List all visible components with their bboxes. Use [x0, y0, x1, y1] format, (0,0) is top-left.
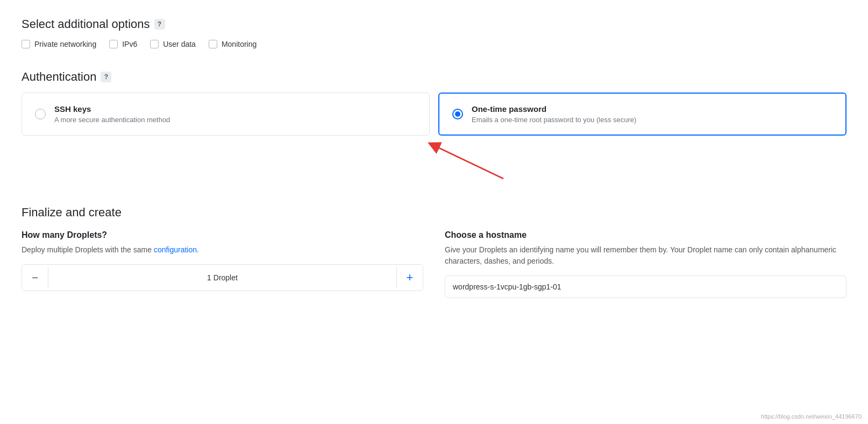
hostname-col-title: Choose a hostname — [445, 230, 846, 240]
droplets-desc-period: . — [197, 245, 199, 254]
authentication-title: Authentication ? — [22, 70, 846, 84]
additional-options-section: Select additional options ? Private netw… — [22, 17, 846, 48]
hostname-col-desc: Give your Droplets an identifying name y… — [445, 244, 846, 267]
ssh-radio-button[interactable] — [35, 109, 46, 119]
additional-options-title: Select additional options ? — [22, 17, 846, 31]
finalize-section: Finalize and create How many Droplets? D… — [22, 206, 846, 298]
ipv6-label: IPv6 — [122, 40, 137, 48]
finalize-title: Finalize and create — [22, 206, 846, 220]
count-unit-text: Droplet — [214, 273, 238, 282]
auth-cards: SSH keys A more secure authentication me… — [22, 93, 846, 136]
additional-options-help-badge[interactable]: ? — [154, 19, 165, 30]
auth-card-ssh[interactable]: SSH keys A more secure authentication me… — [22, 93, 430, 136]
droplets-desc-text: Deploy multiple Droplets with the same — [22, 245, 152, 254]
checkbox-monitoring[interactable]: Monitoring — [209, 40, 257, 48]
ssh-card-desc: A more secure authentication method — [54, 116, 170, 124]
count-number: 1 — [207, 273, 211, 282]
url-bar: https://blog.csdn.net/weixin_44196670 — [761, 413, 862, 420]
user-data-checkbox[interactable] — [150, 40, 159, 48]
checkbox-user-data[interactable]: User data — [150, 40, 196, 48]
finalize-grid: How many Droplets? Deploy multiple Dropl… — [22, 230, 846, 298]
increment-button[interactable]: + — [397, 265, 423, 291]
arrow-annotation — [22, 136, 846, 184]
private-networking-checkbox[interactable] — [22, 40, 30, 48]
authentication-section: Authentication ? SSH keys A more secure … — [22, 70, 846, 184]
red-arrow-svg — [417, 136, 536, 184]
authentication-title-text: Authentication — [22, 70, 96, 84]
monitoring-checkbox[interactable] — [209, 40, 217, 48]
additional-options-title-text: Select additional options — [22, 17, 150, 31]
decrement-button[interactable]: − — [22, 265, 48, 291]
ssh-card-text: SSH keys A more secure authentication me… — [54, 104, 170, 124]
hostname-input[interactable] — [445, 275, 846, 298]
droplets-col-title: How many Droplets? — [22, 230, 423, 240]
user-data-label: User data — [163, 40, 196, 48]
authentication-help-badge[interactable]: ? — [101, 72, 111, 82]
droplets-column: How many Droplets? Deploy multiple Dropl… — [22, 230, 423, 298]
configuration-link[interactable]: configuration — [154, 245, 197, 254]
auth-card-otp[interactable]: One-time password Emails a one-time root… — [438, 93, 846, 136]
otp-card-title: One-time password — [472, 104, 636, 114]
monitoring-label: Monitoring — [222, 40, 257, 48]
otp-card-desc: Emails a one-time root password to you (… — [472, 116, 636, 124]
checkbox-private-networking[interactable]: Private networking — [22, 40, 96, 48]
private-networking-label: Private networking — [34, 40, 96, 48]
droplet-count-value: 1 Droplet — [48, 267, 397, 288]
otp-card-text: One-time password Emails a one-time root… — [472, 104, 636, 124]
droplet-counter: − 1 Droplet + — [22, 264, 423, 291]
hostname-column: Choose a hostname Give your Droplets an … — [445, 230, 846, 298]
otp-radio-button[interactable] — [452, 109, 463, 119]
svg-line-1 — [433, 145, 503, 179]
page-container: Select additional options ? Private netw… — [0, 0, 868, 424]
checkboxes-row: Private networking IPv6 User data Monito… — [22, 40, 846, 48]
droplets-col-desc: Deploy multiple Droplets with the same c… — [22, 244, 423, 256]
checkbox-ipv6[interactable]: IPv6 — [109, 40, 137, 48]
ipv6-checkbox[interactable] — [109, 40, 118, 48]
ssh-card-title: SSH keys — [54, 104, 170, 114]
